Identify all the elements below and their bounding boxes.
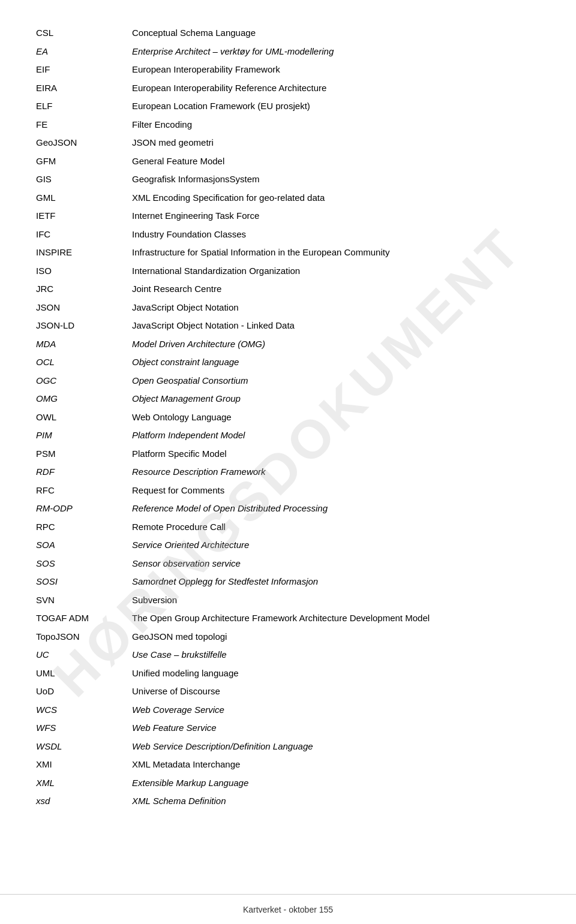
description-cell: General Feature Model	[132, 152, 540, 171]
abbreviation-cell: TOGAF ADM	[36, 609, 132, 628]
table-row: CSLConceptual Schema Language	[36, 24, 540, 43]
description-cell: XML Schema Definition	[132, 792, 540, 811]
table-row: SOSISamordnet Opplegg for Stedfestet Inf…	[36, 573, 540, 591]
table-row: FEFilter Encoding	[36, 116, 540, 134]
abbreviation-cell: XML	[36, 774, 132, 793]
abbreviation-cell: UC	[36, 646, 132, 664]
abbreviation-cell: RM-ODP	[36, 499, 132, 518]
abbreviation-cell: xsd	[36, 792, 132, 811]
page-footer: Kartverket - oktober 155	[0, 894, 576, 924]
abbreviation-cell: ISO	[36, 262, 132, 281]
abbreviation-cell: OMG	[36, 390, 132, 408]
abbreviation-cell: WFS	[36, 719, 132, 738]
table-row: WFSWeb Feature Service	[36, 719, 540, 738]
table-row: GFMGeneral Feature Model	[36, 152, 540, 171]
table-row: OCLObject constraint language	[36, 353, 540, 372]
table-row: JSON-LDJavaScript Object Notation - Link…	[36, 317, 540, 335]
table-row: UMLUnified modeling language	[36, 664, 540, 683]
footer-text: Kartverket - oktober 155	[243, 905, 333, 914]
abbreviation-table: CSLConceptual Schema LanguageEAEnterpris…	[36, 24, 540, 811]
abbreviation-cell: CSL	[36, 24, 132, 43]
table-row: RDFResource Description Framework	[36, 463, 540, 481]
description-cell: Conceptual Schema Language	[132, 24, 540, 43]
description-cell: Unified modeling language	[132, 664, 540, 683]
description-cell: The Open Group Architecture Framework Ar…	[132, 609, 540, 628]
description-cell: Internet Engineering Task Force	[132, 207, 540, 225]
abbreviation-cell: IETF	[36, 207, 132, 225]
description-cell: Geografisk InformasjonsSystem	[132, 170, 540, 189]
abbreviation-cell: XMI	[36, 756, 132, 774]
table-row: RFCRequest for Comments	[36, 481, 540, 500]
table-row: TopoJSONGeoJSON med topologi	[36, 628, 540, 646]
abbreviation-cell: GeoJSON	[36, 134, 132, 152]
table-row: ELFEuropean Location Framework (EU prosj…	[36, 97, 540, 116]
description-cell: Resource Description Framework	[132, 463, 540, 481]
description-cell: Subversion	[132, 591, 540, 610]
table-row: UCUse Case – brukstilfelle	[36, 646, 540, 664]
abbreviation-cell: RDF	[36, 463, 132, 481]
abbreviation-cell: OGC	[36, 372, 132, 390]
description-cell: Reference Model of Open Distributed Proc…	[132, 499, 540, 518]
description-cell: Extensible Markup Language	[132, 774, 540, 793]
abbreviation-cell: UML	[36, 664, 132, 683]
description-cell: XML Encoding Specification for geo-relat…	[132, 189, 540, 207]
table-row: PIMPlatform Independent Model	[36, 426, 540, 445]
abbreviation-cell: GML	[36, 189, 132, 207]
abbreviation-cell: PSM	[36, 445, 132, 463]
abbreviation-cell: RPC	[36, 518, 132, 537]
description-cell: Web Coverage Service	[132, 701, 540, 720]
table-row: WCSWeb Coverage Service	[36, 701, 540, 720]
description-cell: XML Metadata Interchange	[132, 756, 540, 774]
abbreviation-cell: EIF	[36, 61, 132, 79]
abbreviation-cell: MDA	[36, 335, 132, 354]
table-row: TOGAF ADMThe Open Group Architecture Fra…	[36, 609, 540, 628]
abbreviation-cell: SVN	[36, 591, 132, 610]
description-cell: JSON med geometri	[132, 134, 540, 152]
abbreviation-cell: JSON-LD	[36, 317, 132, 335]
table-row: GeoJSONJSON med geometri	[36, 134, 540, 152]
abbreviation-cell: WSDL	[36, 738, 132, 756]
abbreviation-cell: ELF	[36, 97, 132, 116]
table-row: IETFInternet Engineering Task Force	[36, 207, 540, 225]
abbreviation-cell: GFM	[36, 152, 132, 171]
description-cell: Platform Independent Model	[132, 426, 540, 445]
description-cell: Filter Encoding	[132, 116, 540, 134]
abbreviation-cell: INSPIRE	[36, 243, 132, 262]
description-cell: Enterprise Architect – verktøy for UML-m…	[132, 43, 540, 61]
table-row: GMLXML Encoding Specification for geo-re…	[36, 189, 540, 207]
description-cell: Remote Procedure Call	[132, 518, 540, 537]
table-row: SVNSubversion	[36, 591, 540, 610]
table-row: OGCOpen Geospatial Consortium	[36, 372, 540, 390]
table-row: OMGObject Management Group	[36, 390, 540, 408]
table-row: RM-ODPReference Model of Open Distribute…	[36, 499, 540, 518]
description-cell: International Standardization Organizati…	[132, 262, 540, 281]
abbreviation-cell: TopoJSON	[36, 628, 132, 646]
description-cell: JavaScript Object Notation - Linked Data	[132, 317, 540, 335]
table-row: XMLExtensible Markup Language	[36, 774, 540, 793]
table-row: RPCRemote Procedure Call	[36, 518, 540, 537]
description-cell: Web Feature Service	[132, 719, 540, 738]
abbreviation-cell: WCS	[36, 701, 132, 720]
abbreviation-cell: EA	[36, 43, 132, 61]
abbreviation-cell: SOSI	[36, 573, 132, 591]
abbreviation-cell: OWL	[36, 408, 132, 427]
description-cell: Platform Specific Model	[132, 445, 540, 463]
abbreviation-cell: FE	[36, 116, 132, 134]
description-cell: Web Ontology Language	[132, 408, 540, 427]
abbreviation-cell: IFC	[36, 225, 132, 244]
table-row: EAEnterprise Architect – verktøy for UML…	[36, 43, 540, 61]
table-row: EIFEuropean Interoperability Framework	[36, 61, 540, 79]
description-cell: European Interoperability Reference Arch…	[132, 79, 540, 98]
abbreviation-cell: GIS	[36, 170, 132, 189]
description-cell: Joint Research Centre	[132, 280, 540, 299]
description-cell: Model Driven Architecture (OMG)	[132, 335, 540, 354]
description-cell: Sensor observation service	[132, 555, 540, 573]
table-row: xsdXML Schema Definition	[36, 792, 540, 811]
description-cell: JavaScript Object Notation	[132, 299, 540, 317]
description-cell: Use Case – brukstilfelle	[132, 646, 540, 664]
table-row: SOSSensor observation service	[36, 555, 540, 573]
table-row: GISGeografisk InformasjonsSystem	[36, 170, 540, 189]
abbreviation-cell: OCL	[36, 353, 132, 372]
table-row: OWLWeb Ontology Language	[36, 408, 540, 427]
table-row: ISOInternational Standardization Organiz…	[36, 262, 540, 281]
